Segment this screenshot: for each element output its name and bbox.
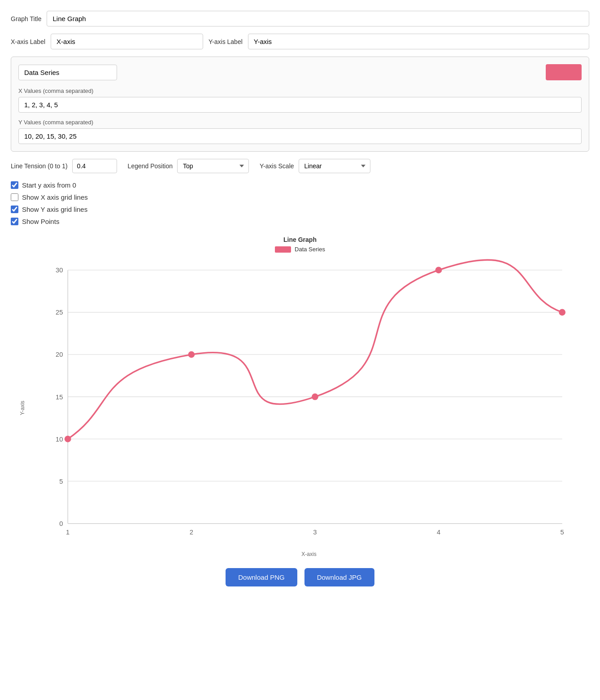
svg-text:5: 5 — [59, 478, 63, 485]
show-x-grid-checkbox-row: Show X axis grid lines — [11, 193, 589, 201]
download-png-button[interactable]: Download PNG — [226, 568, 297, 586]
legend-position-label: Legend Position — [128, 162, 173, 170]
svg-point-21 — [65, 436, 71, 442]
show-points-label[interactable]: Show Points — [22, 218, 59, 225]
download-jpg-button[interactable]: Download JPG — [304, 568, 374, 586]
chart-container: Line Graph Data Series Y-axis 0510152025… — [11, 236, 589, 557]
data-series-header — [18, 64, 582, 80]
y-axis-chart-label: Y-axis — [19, 401, 26, 415]
color-swatch[interactable] — [546, 64, 582, 80]
svg-text:15: 15 — [56, 394, 63, 401]
x-axis-label-label: X-axis Label — [11, 38, 45, 45]
start-y-checkbox-row: Start y axis from 0 — [11, 181, 589, 189]
show-x-grid-label[interactable]: Show X axis grid lines — [22, 193, 88, 201]
svg-text:1: 1 — [66, 529, 70, 536]
line-tension-label: Line Tension (0 to 1) — [11, 162, 68, 170]
line-tension-input[interactable] — [72, 159, 117, 173]
chart-legend: Data Series — [11, 246, 589, 253]
x-values-label: X Values (comma separated) — [18, 88, 582, 94]
start-y-checkbox[interactable] — [11, 181, 18, 189]
svg-point-23 — [312, 394, 318, 399]
svg-point-24 — [435, 267, 441, 273]
download-row: Download PNG Download JPG — [11, 568, 589, 586]
x-axis-chart-label: X-axis — [38, 551, 580, 557]
svg-text:30: 30 — [56, 267, 63, 274]
show-points-checkbox-row: Show Points — [11, 218, 589, 225]
x-values-input[interactable] — [18, 97, 582, 113]
data-series-name-input[interactable] — [18, 65, 117, 80]
svg-text:10: 10 — [56, 436, 63, 443]
svg-text:2: 2 — [190, 529, 193, 536]
show-x-grid-checkbox[interactable] — [11, 193, 18, 201]
show-points-checkbox[interactable] — [11, 218, 18, 225]
chart-svg-wrapper: 05101520253012345 — [38, 258, 580, 549]
options-row: Line Tension (0 to 1) Legend Position To… — [11, 159, 589, 173]
svg-point-22 — [188, 351, 194, 357]
svg-text:3: 3 — [313, 529, 317, 536]
show-y-grid-label[interactable]: Show Y axis grid lines — [22, 206, 87, 213]
legend-swatch — [275, 246, 291, 253]
show-y-grid-checkbox-row: Show Y axis grid lines — [11, 206, 589, 213]
legend-position-select[interactable]: Top Bottom Left Right — [177, 159, 249, 173]
y-axis-scale-group: Y-axis Scale Linear Logarithmic — [260, 159, 370, 173]
chart-title: Line Graph — [11, 236, 589, 243]
svg-point-25 — [559, 309, 565, 315]
x-axis-label-input[interactable] — [51, 34, 203, 49]
svg-text:25: 25 — [56, 309, 63, 316]
svg-text:4: 4 — [437, 529, 440, 536]
svg-text:0: 0 — [59, 520, 63, 527]
y-values-input[interactable] — [18, 128, 582, 144]
svg-text:20: 20 — [56, 351, 63, 358]
legend-label: Data Series — [295, 246, 325, 253]
svg-text:5: 5 — [561, 529, 564, 536]
graph-title-input[interactable] — [47, 11, 589, 26]
start-y-label[interactable]: Start y axis from 0 — [22, 181, 76, 189]
y-axis-scale-label: Y-axis Scale — [260, 162, 294, 170]
graph-title-row: Graph Title — [11, 11, 589, 26]
graph-title-label: Graph Title — [11, 15, 41, 22]
y-values-label: Y Values (comma separated) — [18, 119, 582, 126]
line-tension-group: Line Tension (0 to 1) — [11, 159, 117, 173]
show-y-grid-checkbox[interactable] — [11, 206, 18, 213]
y-axis-scale-select[interactable]: Linear Logarithmic — [299, 159, 370, 173]
y-axis-label-label: Y-axis Label — [209, 38, 243, 45]
axis-labels-row: X-axis Label Y-axis Label — [11, 34, 589, 49]
legend-position-group: Legend Position Top Bottom Left Right — [128, 159, 249, 173]
data-series-box: X Values (comma separated) Y Values (com… — [11, 57, 589, 152]
y-axis-label-input[interactable] — [248, 34, 589, 49]
chart-svg: 05101520253012345 — [38, 258, 580, 547]
chart-area: Y-axis 05101520253012345 X-axis — [38, 258, 580, 557]
